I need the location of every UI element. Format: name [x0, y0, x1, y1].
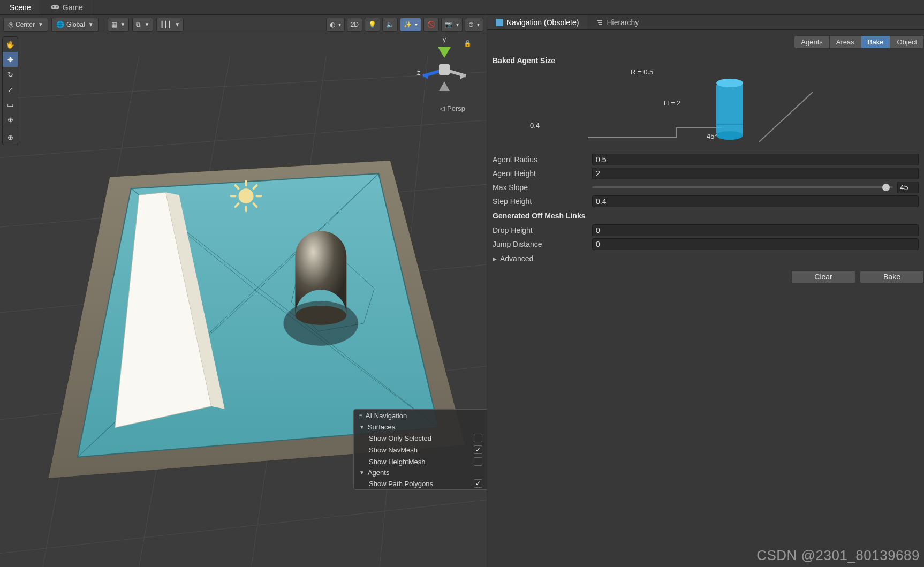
max-slope-label: Max Slope — [493, 183, 592, 192]
agent-radius-input[interactable] — [592, 154, 919, 165]
jump-distance-row: Jump Distance — [487, 237, 924, 251]
off-mesh-links-header: Generated Off Mesh Links — [487, 208, 924, 223]
tab-navigation[interactable]: Navigation (Obsolete) — [487, 15, 587, 29]
overlay-item-label: Show Path Polygons — [369, 480, 433, 488]
transform-tool[interactable]: ⊕ — [3, 112, 18, 127]
advanced-foldout[interactable]: ▶ Advanced — [487, 251, 924, 266]
hand-tool[interactable]: 🖐 — [3, 37, 18, 52]
scene-visibility-toggle[interactable]: 🚫 — [423, 18, 439, 32]
overlay-item-show-only-selected[interactable]: Show Only Selected — [354, 432, 487, 444]
overlay-item-label: Show HeightMesh — [369, 458, 426, 466]
scene-lighting-toggle[interactable]: 💡 — [365, 18, 380, 32]
scene-pane: ⋮ ◎ Center ▼ 🌐 Global ▼ ▦▼ ⧉▼ ┃┃┃▼ ◐▾ 2D… — [0, 15, 487, 567]
tab-game-label: Game — [63, 3, 83, 12]
watermark: CSDN @2301_80139689 — [756, 547, 920, 564]
drag-handle-icon[interactable]: ≡ — [359, 413, 362, 419]
mode-bake[interactable]: Bake — [861, 35, 891, 49]
overlay-group-label: Agents — [368, 468, 389, 477]
drop-height-row: Drop Height — [487, 223, 924, 237]
chevron-down-icon: ▾ — [415, 21, 418, 27]
baked-agent-size-header: Baked Agent Size — [487, 53, 924, 68]
tab-hierarchy-label: Hierarchy — [607, 18, 639, 27]
tab-scene-label: Scene — [10, 3, 31, 12]
tab-hierarchy[interactable]: Hierarchy — [587, 15, 647, 29]
2d-toggle[interactable]: 2D — [347, 18, 362, 32]
separator — [103, 19, 103, 31]
step-height-input[interactable] — [592, 195, 919, 207]
svg-rect-44 — [716, 83, 743, 135]
chevron-down-icon: ▾ — [456, 21, 459, 27]
handle-rotation-dropdown[interactable]: 🌐 Global ▼ — [51, 18, 99, 32]
scale-tool[interactable]: ⤢ — [3, 82, 18, 97]
overlay-item-show-path-polygons[interactable]: Show Path Polygons ✓ — [354, 478, 487, 489]
advanced-label: Advanced — [500, 254, 533, 263]
jump-distance-label: Jump Distance — [493, 240, 592, 248]
svg-line-4 — [0, 120, 487, 157]
tab-navigation-label: Navigation (Obsolete) — [506, 18, 579, 27]
step-height-row: Step Height — [487, 194, 924, 208]
agent-height-input[interactable] — [592, 168, 919, 179]
slider-knob[interactable] — [882, 184, 890, 191]
scene-gizmos-dropdown[interactable]: ⊙▾ — [465, 18, 483, 32]
svg-rect-40 — [439, 64, 450, 75]
overlay-group-surfaces[interactable]: ▼ Surfaces — [354, 422, 487, 432]
svg-point-46 — [716, 131, 743, 140]
camera-cone-icon: ◁ — [440, 104, 445, 112]
tab-game[interactable]: Game — [41, 0, 93, 14]
scene-viewport[interactable]: 🖐 ✥ ↻ ⤢ ▭ ⊕ ⊕ 🔒 — [0, 34, 487, 567]
mode-object[interactable]: Object — [890, 35, 924, 49]
rotate-tool[interactable]: ↻ — [3, 67, 18, 82]
hierarchy-icon — [596, 19, 603, 26]
svg-point-45 — [716, 79, 743, 87]
gizmo-y-label: y — [443, 37, 446, 43]
checkbox[interactable] — [474, 457, 482, 466]
inspector-pane: Navigation (Obsolete) Hierarchy Agents A… — [487, 15, 924, 567]
tab-scene[interactable]: Scene — [0, 0, 41, 14]
diagram-step-label: 0.4 — [530, 122, 540, 130]
drop-height-label: Drop Height — [493, 226, 592, 235]
jump-distance-input[interactable] — [592, 238, 919, 250]
diagram-radius-label: R = 0.5 — [631, 68, 653, 76]
inspector-tabs: Navigation (Obsolete) Hierarchy — [487, 15, 924, 30]
snap-toggle[interactable]: ⧉▼ — [132, 18, 153, 32]
mode-areas[interactable]: Areas — [830, 35, 861, 49]
pivot-dropdown[interactable]: ◎ Center ▼ — [3, 18, 48, 32]
scene-audio-toggle[interactable]: 🔈 — [382, 18, 398, 32]
move-tool[interactable]: ✥ — [3, 52, 18, 67]
checkbox[interactable]: ✓ — [474, 479, 482, 488]
increment-snap[interactable]: ┃┃┃▼ — [156, 18, 184, 32]
perspective-label[interactable]: ◁ Persp — [440, 104, 465, 112]
checkbox[interactable] — [474, 434, 482, 442]
svg-rect-42 — [496, 19, 503, 26]
drop-height-input[interactable] — [592, 224, 919, 236]
navigation-icon — [496, 19, 503, 26]
custom-tool[interactable]: ⊕ — [3, 130, 18, 145]
checkbox[interactable]: ✓ — [474, 445, 482, 454]
ai-navigation-overlay[interactable]: ≡ AI Navigation ▼ Surfaces Show Only Sel… — [353, 409, 487, 490]
overlay-group-agents[interactable]: ▼ Agents — [354, 467, 487, 478]
overlay-item-show-navmesh[interactable]: Show NavMesh ✓ — [354, 444, 487, 456]
max-slope-value[interactable]: 45 — [897, 182, 919, 193]
max-slope-slider[interactable] — [592, 186, 893, 188]
chevron-down-icon: ▾ — [338, 21, 341, 27]
diagram-slope-label: 45° — [707, 132, 717, 140]
svg-point-26 — [239, 188, 254, 203]
navigation-mode-tabs: Agents Areas Bake Object — [487, 30, 924, 53]
agent-height-label: Agent Height — [493, 169, 592, 178]
scene-effects-toggle[interactable]: ✨▾ — [400, 18, 421, 32]
orientation-gizmo[interactable]: 🔒 y z ◁ Persp — [415, 37, 474, 112]
scene-camera-dropdown[interactable]: 📷▾ — [441, 18, 463, 32]
mode-agents[interactable]: Agents — [794, 35, 829, 49]
handle-label: Global — [66, 21, 85, 28]
lock-icon[interactable]: 🔒 — [464, 40, 472, 47]
overlay-title-row[interactable]: ≡ AI Navigation — [354, 410, 487, 422]
bake-button[interactable]: Bake — [860, 270, 924, 283]
gizmo-z-label: z — [417, 69, 420, 77]
grid-toggle[interactable]: ▦▼ — [108, 18, 130, 32]
clear-button[interactable]: Clear — [791, 270, 855, 283]
max-slope-row: Max Slope 45 — [487, 180, 924, 194]
overlay-item-show-heightmesh[interactable]: Show HeightMesh — [354, 456, 487, 467]
agent-radius-label: Agent Radius — [493, 155, 592, 164]
rect-tool[interactable]: ▭ — [3, 97, 18, 112]
draw-mode-dropdown[interactable]: ◐▾ — [326, 18, 345, 32]
